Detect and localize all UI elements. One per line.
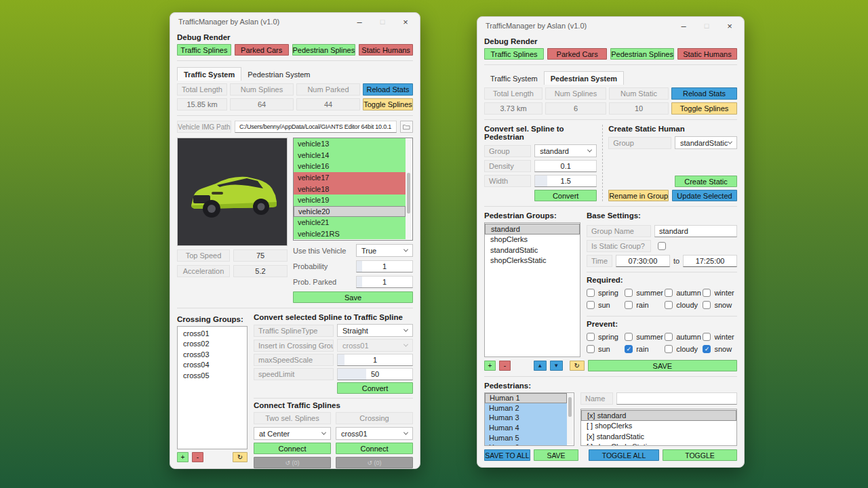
- save-vehicle-button[interactable]: Save: [293, 291, 413, 303]
- vehicle-list-item[interactable]: vehicle17: [294, 172, 406, 184]
- membership-item[interactable]: [ ] shopClerks: [581, 421, 736, 432]
- checkbox-item[interactable]: spring: [587, 289, 625, 297]
- add-group-button[interactable]: +: [484, 361, 496, 371]
- membership-item[interactable]: [x] standard: [581, 410, 736, 421]
- create-static-button[interactable]: Create Static: [675, 176, 737, 187]
- pedestrian-group-item[interactable]: shopClerksStatic: [485, 256, 580, 266]
- tab-traffic-system[interactable]: Traffic System: [177, 67, 241, 81]
- pedestrian-group-item[interactable]: shopClerks: [485, 235, 580, 245]
- insert-crossing-group-dropdown[interactable]: cross01: [337, 339, 413, 352]
- checkbox-box[interactable]: [703, 301, 711, 309]
- browse-folder-button[interactable]: [400, 121, 413, 133]
- update-selected-button[interactable]: Update Selected: [672, 190, 737, 201]
- checkbox-box[interactable]: [587, 301, 595, 309]
- undo-connect-button[interactable]: ↺ (0): [254, 457, 331, 468]
- debug-toggle-button[interactable]: Static Humans: [359, 44, 413, 56]
- pedestrian-groups-listbox[interactable]: standardshopClerksstandardStaticshopCler…: [484, 222, 580, 357]
- checkbox-item[interactable]: sun: [587, 301, 625, 309]
- debug-toggle-button[interactable]: Traffic Splines: [177, 44, 231, 56]
- vehicle-list-item[interactable]: vehicle14: [294, 150, 406, 161]
- debug-toggle-button[interactable]: Parked Cars: [547, 48, 607, 60]
- checkbox-item[interactable]: summer: [625, 333, 665, 341]
- toggle-splines-button[interactable]: Toggle Splines: [671, 102, 737, 115]
- pedestrian-group-item[interactable]: standard: [485, 224, 580, 235]
- debug-toggle-button[interactable]: Pedestrian Splines: [292, 44, 356, 56]
- checkbox-item[interactable]: snow: [703, 301, 737, 309]
- static-group-dropdown[interactable]: standardStatic: [675, 136, 737, 149]
- vehicle-list-item[interactable]: vehicle16: [294, 161, 406, 172]
- maximize-button[interactable]: □: [695, 18, 718, 33]
- vehicle-listbox[interactable]: vehicle13vehicle14vehicle16vehicle17vehi…: [293, 138, 413, 241]
- width-field[interactable]: 1.5: [534, 175, 597, 187]
- pedestrians-scrollbar[interactable]: [567, 394, 573, 445]
- remove-crossing-group-button[interactable]: -: [192, 452, 203, 462]
- checkbox-item[interactable]: rain: [625, 301, 665, 309]
- pedestrian-list-item[interactable]: Human 1: [485, 393, 567, 403]
- vehicle-list-item[interactable]: vehicle13: [294, 138, 406, 150]
- close-button[interactable]: ×: [394, 14, 417, 29]
- move-group-up-button[interactable]: ▲: [534, 361, 547, 371]
- checkbox-item[interactable]: sun: [587, 345, 625, 353]
- pedestrian-list-item[interactable]: Human 5: [485, 432, 567, 443]
- vehicle-list-item[interactable]: vehicle20: [294, 206, 406, 218]
- crossing-group-item[interactable]: cross02: [178, 339, 247, 350]
- pedestrian-list-item[interactable]: Human 2: [485, 403, 567, 413]
- vehicle-list-item[interactable]: vehicle19: [294, 195, 406, 206]
- checkbox-box[interactable]: ✓: [703, 345, 711, 353]
- pedestrian-group-dropdown[interactable]: standard: [534, 144, 597, 157]
- vehicle-list-scrollbar[interactable]: [406, 139, 412, 239]
- probability-field[interactable]: 1: [356, 260, 413, 272]
- checkbox-box[interactable]: [665, 289, 673, 297]
- vehicle-list-item[interactable]: vehicle21: [294, 217, 406, 228]
- vehicle-list-item[interactable]: vehicle18: [294, 183, 406, 195]
- checkbox-box[interactable]: [703, 333, 711, 341]
- minimize-button[interactable]: –: [348, 14, 371, 29]
- checkbox-box[interactable]: [625, 333, 633, 341]
- prob-parked-field[interactable]: 1: [356, 276, 413, 288]
- tab-traffic-system[interactable]: Traffic System: [484, 72, 544, 85]
- vehicle-img-path-field[interactable]: C:/Users/benny/AppData/Local/GIANTS Edit…: [235, 121, 397, 133]
- save-group-button[interactable]: SAVE: [588, 360, 737, 371]
- checkbox-item[interactable]: cloudy: [665, 345, 703, 353]
- group-name-field[interactable]: standard: [654, 225, 737, 237]
- crossing-group-item[interactable]: cross04: [178, 360, 247, 371]
- checkbox-item[interactable]: autumn: [665, 333, 703, 341]
- move-group-down-button[interactable]: ▼: [550, 361, 563, 371]
- convert-spline-button[interactable]: Convert: [337, 382, 413, 394]
- pedestrian-group-item[interactable]: standardStatic: [485, 245, 580, 256]
- save-pedestrian-button[interactable]: SAVE: [534, 449, 578, 461]
- reload-stats-button[interactable]: Reload Stats: [363, 83, 413, 96]
- checkbox-item[interactable]: winter: [703, 333, 737, 341]
- checkbox-item[interactable]: ✓rain: [625, 345, 665, 353]
- titlebar[interactable]: TrafficManager by Aslan (v1.0) – □ ×: [477, 17, 744, 35]
- connect-mode-dropdown[interactable]: at Center: [254, 427, 331, 440]
- checkbox-box[interactable]: [587, 289, 595, 297]
- remove-group-button[interactable]: -: [499, 361, 511, 371]
- crossing-group-item[interactable]: cross05: [178, 370, 247, 381]
- undo-connect-crossing-button[interactable]: ↺ (0): [336, 457, 413, 468]
- checkbox-box[interactable]: [625, 301, 633, 309]
- crossing-groups-listbox[interactable]: cross01cross02cross03cross04cross05: [177, 326, 248, 449]
- checkbox-box[interactable]: [665, 345, 673, 353]
- checkbox-box[interactable]: ✓: [625, 345, 633, 353]
- pedestrians-listbox[interactable]: Human 1Human 2Human 3Human 4Human 5Human…: [484, 392, 574, 446]
- reload-stats-button[interactable]: Reload Stats: [671, 87, 737, 100]
- time-from-field[interactable]: 07:30:00: [616, 255, 670, 267]
- toggle-button[interactable]: TOGGLE: [663, 449, 737, 461]
- use-vehicle-dropdown[interactable]: True: [356, 244, 413, 257]
- scrollbar-thumb[interactable]: [407, 173, 410, 213]
- toggle-splines-button[interactable]: Toggle Splines: [363, 98, 413, 110]
- tab-pedestrian-system[interactable]: Pedestrian System: [241, 68, 316, 81]
- convert-pedestrian-button[interactable]: Convert: [534, 190, 597, 201]
- checkbox-item[interactable]: ✓snow: [703, 345, 737, 353]
- connect-crossing-button[interactable]: Connect: [336, 443, 413, 454]
- debug-toggle-button[interactable]: Traffic Splines: [484, 48, 544, 60]
- toggle-all-button[interactable]: TOGGLE ALL: [589, 449, 659, 461]
- checkbox-box[interactable]: [625, 289, 633, 297]
- debug-toggle-button[interactable]: Parked Cars: [235, 44, 289, 56]
- checkbox-box[interactable]: [665, 333, 673, 341]
- checkbox-item[interactable]: cloudy: [665, 301, 703, 309]
- membership-item[interactable]: [x] standardStatic: [581, 431, 736, 442]
- checkbox-item[interactable]: summer: [625, 289, 665, 297]
- refresh-crossing-groups-button[interactable]: ↻: [233, 452, 248, 462]
